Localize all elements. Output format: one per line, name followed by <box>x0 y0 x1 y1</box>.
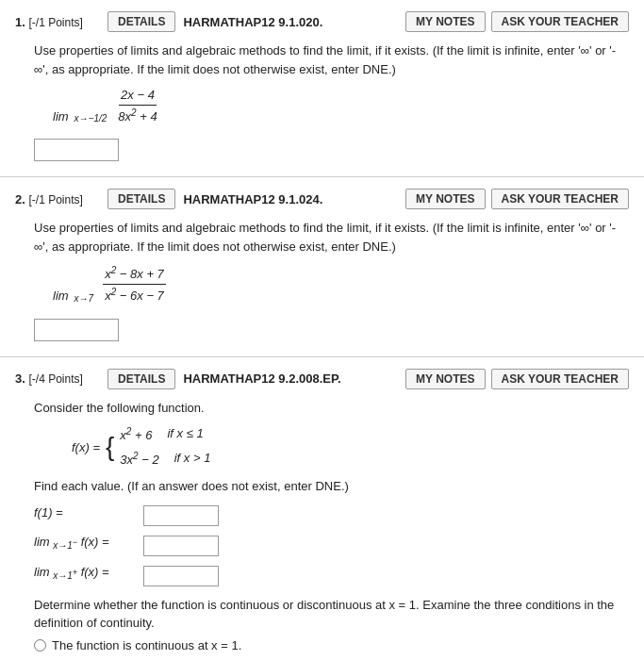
p3-num: 3. <box>15 371 25 386</box>
p2-answer-input[interactable] <box>34 319 119 341</box>
p1-instruction: Use properties of limits and algebraic m… <box>34 41 629 78</box>
p1-answer-area <box>34 133 629 161</box>
my-notes-button-1[interactable]: MY NOTES <box>405 11 485 32</box>
problem-1: 1. [-/1 Points] DETAILS HARMATHAP12 9.1.… <box>0 0 644 177</box>
problem-3-body: Consider the following function. f(x) = … <box>15 399 629 660</box>
problem-2: 2. [-/1 Points] DETAILS HARMATHAP12 9.1.… <box>0 177 644 357</box>
p3-lim-plus-row: lim x→1+ f(x) = <box>34 560 629 586</box>
p3-lim-plus-input[interactable] <box>143 566 219 586</box>
problem-3-header: 3. [-/4 Points] DETAILS HARMATHAP12 9.2.… <box>15 369 629 389</box>
ask-teacher-button-3[interactable]: ASK YOUR TEACHER <box>491 369 629 389</box>
p1-answer-input[interactable] <box>34 139 119 161</box>
my-notes-button-3[interactable]: MY NOTES <box>405 369 485 389</box>
details-button-1[interactable]: DETAILS <box>107 11 175 32</box>
p3-function-def: f(x) = { x2 + 6 if x ≤ 1 3x2 − 2 if x > … <box>34 424 629 470</box>
details-button-2[interactable]: DETAILS <box>107 189 175 209</box>
problem-2-body: Use properties of limits and algebraic m… <box>15 219 629 341</box>
details-button-3[interactable]: DETAILS <box>107 369 175 389</box>
p1-math: lim x→−1/2 2x − 4 8x2 + 4 <box>53 86 629 125</box>
problem-1-number: 1. [-/1 Points] <box>15 15 100 29</box>
p3-radio1[interactable] <box>34 639 46 652</box>
problem-2-number: 2. [-/1 Points] <box>15 192 100 206</box>
p3-f1-row: f(1) = <box>34 500 629 526</box>
my-notes-button-2[interactable]: MY NOTES <box>405 189 485 209</box>
p2-num: 2. <box>15 192 25 206</box>
problem-2-id: HARMATHAP12 9.1.024. <box>183 192 398 206</box>
p3-lim-minus-row: lim x→1− f(x) = <box>34 530 629 556</box>
problem-3: 3. [-/4 Points] DETAILS HARMATHAP12 9.2.… <box>0 357 644 660</box>
p3-consider: Consider the following function. <box>34 399 629 418</box>
p3-lim-minus-input[interactable] <box>143 536 219 556</box>
ask-teacher-button-1[interactable]: ASK YOUR TEACHER <box>491 11 629 32</box>
problem-3-actions: MY NOTES ASK YOUR TEACHER <box>405 369 629 389</box>
p2-math: lim x→7 x2 − 8x + 7 x2 − 6x − 7 <box>53 263 629 305</box>
problem-3-id: HARMATHAP12 9.2.008.EP. <box>183 371 398 386</box>
problem-2-header: 2. [-/1 Points] DETAILS HARMATHAP12 9.1.… <box>15 189 629 209</box>
ask-teacher-button-2[interactable]: ASK YOUR TEACHER <box>491 189 629 209</box>
p3-points: [-/4 Points] <box>28 372 82 386</box>
p2-answer-area <box>34 313 629 341</box>
p3-lim-minus-label: lim x→1− f(x) = <box>34 533 138 553</box>
p3-radio1-label: The function is continuous at x = 1. <box>52 636 241 655</box>
p2-instruction: Use properties of limits and algebraic m… <box>34 219 629 256</box>
problem-1-body: Use properties of limits and algebraic m… <box>15 41 629 161</box>
problem-1-actions: MY NOTES ASK YOUR TEACHER <box>405 11 629 32</box>
problem-1-id: HARMATHAP12 9.1.020. <box>183 15 398 29</box>
p3-f1-input[interactable] <box>143 505 219 526</box>
p1-points: [-/1 Points] <box>28 16 82 29</box>
p3-determine-instruction: Determine whether the function is contin… <box>34 596 629 633</box>
p3-radio1-row[interactable]: The function is continuous at x = 1. <box>34 636 629 655</box>
p2-points: [-/1 Points] <box>28 193 82 206</box>
p3-lim-plus-label: lim x→1+ f(x) = <box>34 563 138 584</box>
problem-1-header: 1. [-/1 Points] DETAILS HARMATHAP12 9.1.… <box>15 11 629 32</box>
problem-3-number: 3. [-/4 Points] <box>15 371 100 386</box>
p3-f1-label: f(1) = <box>34 503 138 522</box>
problem-2-actions: MY NOTES ASK YOUR TEACHER <box>405 189 629 209</box>
p3-find-instruction: Find each value. (If an answer does not … <box>34 477 629 496</box>
p1-num: 1. <box>15 15 25 29</box>
